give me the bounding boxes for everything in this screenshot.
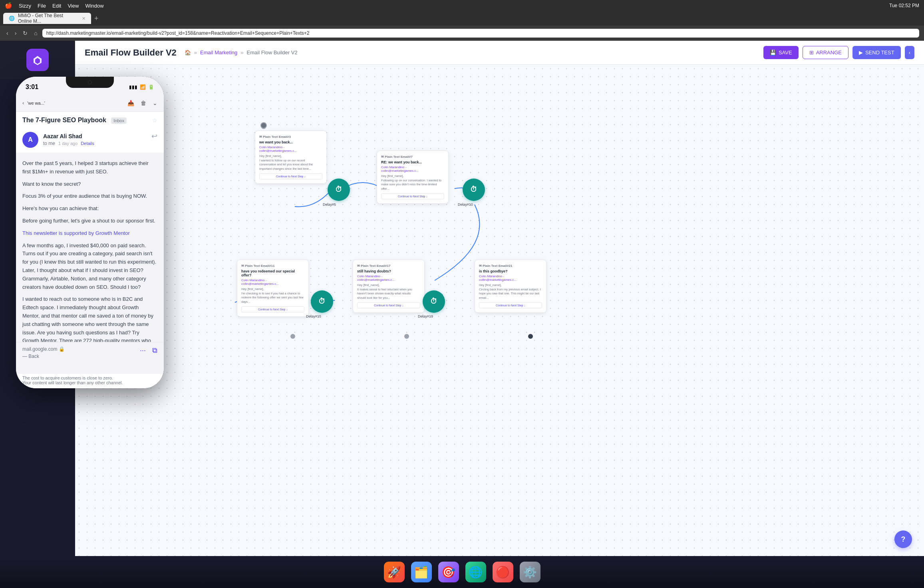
mac-os-bar: 🍎 Sizzy File Edit View Window Tue 02:52 … xyxy=(0,0,924,11)
email-time: 1 day ago xyxy=(58,141,77,146)
email-subject: The 7-Figure SEO Playbook xyxy=(22,117,106,123)
details-link[interactable]: Details xyxy=(81,141,94,146)
mac-menu-view[interactable]: View xyxy=(68,3,79,9)
back-button[interactable]: ‹ xyxy=(5,29,10,37)
trash-icon[interactable]: 🗑 xyxy=(141,100,146,106)
email-node-3-label: ✉ Plain Text Email#11 xyxy=(241,264,304,268)
home-button[interactable]: ⌂ xyxy=(32,29,39,37)
tab-close-button[interactable]: ✕ xyxy=(82,16,85,21)
email-node-1-from: Colin Marandino - collin@marketingames.c… xyxy=(259,145,322,153)
email-node-4-body: Hey [first_name], It makes sense to feel… xyxy=(357,283,420,300)
browser-tab-active[interactable]: 🌐 MMiO - Get The Best Online M... ✕ xyxy=(3,13,91,24)
forward-button[interactable]: › xyxy=(13,29,18,37)
arrow-icon: ‹ xyxy=(909,50,910,56)
body-para-5: Before going further, let's give a shout… xyxy=(22,217,157,225)
email-node-5-subject: is this goodbye? xyxy=(479,269,542,273)
reply-icon: ↩ xyxy=(151,132,157,141)
svg-point-3 xyxy=(528,334,533,339)
dock-icon-target[interactable]: 🎯 xyxy=(438,562,459,582)
delay-label-19: Delay#19 xyxy=(418,314,433,318)
email-node-1-body: Hey [first_name], I wanted to follow up … xyxy=(259,154,322,171)
ellipsis-icon[interactable]: ··· xyxy=(140,346,146,355)
email-node-4[interactable]: ✉ Plain Text Email#17 still having doubt… xyxy=(353,260,425,313)
save-button[interactable]: 💾 SAVE xyxy=(763,46,799,59)
header-actions: 💾 SAVE ⊞ ARRANGE ▶ SEND TEST ‹ xyxy=(763,46,914,59)
email-node-1[interactable]: ✉ Plain Text Email#3 we want you back...… xyxy=(255,131,327,184)
phone-status-icons: ▮▮▮ 📶 🔋 xyxy=(129,84,154,90)
mac-bar-right: Tue 02:52 PM xyxy=(889,3,919,8)
flow-canvas-area[interactable]: ✉ Plain Text Email#3 we want you back...… xyxy=(75,65,924,588)
new-tab-button[interactable]: + xyxy=(94,14,99,23)
bottom-url: mail.google.com 🔒 xyxy=(22,346,140,352)
delay-node-19[interactable]: ⏱ xyxy=(423,290,445,313)
body-para-3: Focus 3% of your entire audience that is… xyxy=(22,192,157,201)
phone-overlay: 3:01 ▮▮▮ 📶 🔋 ‹ 'we wa...' 📥 🗑 xyxy=(16,77,164,388)
star-icon[interactable]: ☆ xyxy=(152,117,157,123)
send-test-label: SEND TEST xyxy=(865,50,894,56)
help-icon: ? xyxy=(901,535,906,544)
breadcrumb-current: Email Flow Builder V2 xyxy=(247,50,298,56)
body-para-8: I wanted to reach out to someone who is … xyxy=(22,295,157,342)
sidebar-logo xyxy=(26,49,49,71)
caption-1: The cost to acquire customers is close t… xyxy=(22,375,157,380)
battery-icon-phone: 🔋 xyxy=(148,84,154,90)
apple-icon: 🍎 xyxy=(5,2,12,9)
svg-point-1 xyxy=(290,334,295,339)
delay-node-15[interactable]: ⏱ xyxy=(311,290,333,313)
email-node-2[interactable]: ✉ Plain Text Email#7 RE: we want you bac… xyxy=(377,151,449,204)
email-node-3[interactable]: ✉ Plain Text Email#11 have you redeemed … xyxy=(237,260,309,317)
url-domain: mail.google.com xyxy=(22,346,57,352)
email-node-2-label: ✉ Plain Text Email#7 xyxy=(381,155,444,159)
email-node-5-body: Hey [first_name], Circling back from my … xyxy=(479,283,542,300)
arrange-icon: ⊞ xyxy=(809,50,814,56)
sponsor-text: This newsletter is supported by Growth M… xyxy=(22,229,157,238)
dock-icon-safari[interactable]: 🌐 xyxy=(465,562,486,582)
url-bar[interactable]: http://dash.marketingmaster.io/email-mar… xyxy=(42,29,919,38)
browser-tabs: 🌐 MMiO - Get The Best Online M... ✕ + xyxy=(0,11,924,26)
breadcrumb-home[interactable]: 🏠 xyxy=(185,50,191,56)
delay-node-5[interactable]: ⏱ xyxy=(328,179,350,201)
email-toolbar-icons[interactable]: 📥 🗑 ⌄ xyxy=(127,100,157,106)
browser-nav: ‹ › ↻ ⌂ http://dash.marketingmaster.io/e… xyxy=(0,26,924,41)
collapse-button[interactable]: ‹ xyxy=(905,46,914,59)
email-subject-header: The 7-Figure SEO Playbook Inbox ☆ xyxy=(16,112,164,127)
mac-app-name: Sizzy xyxy=(19,3,31,9)
sender-avatar: A xyxy=(22,132,38,148)
mac-menu-file[interactable]: File xyxy=(38,3,46,9)
email-node-5[interactable]: ✉ Plain Text Email#21 is this goodbye? C… xyxy=(475,260,546,313)
archive-icon[interactable]: 📥 xyxy=(127,100,134,106)
dock-icon-rocket[interactable]: 🚀 xyxy=(384,562,405,582)
dock-bar: 🚀 🗂️ 🎯 🌐 🔴 ⚙️ xyxy=(0,556,924,588)
reload-button[interactable]: ↻ xyxy=(21,29,29,37)
mac-menu-edit[interactable]: Edit xyxy=(52,3,61,9)
delay-node-10[interactable]: ⏱ xyxy=(463,179,485,201)
bottom-actions[interactable]: ··· ⧉ xyxy=(140,346,157,355)
send-test-button[interactable]: ▶ SEND TEST xyxy=(852,46,901,59)
save-icon: 💾 xyxy=(770,50,776,56)
email-body: Over the past 5 years, I helped 3 startu… xyxy=(16,153,164,342)
svg-point-4 xyxy=(261,123,266,128)
delay-label-5: Delay#5 xyxy=(323,203,336,207)
email-node-3-body: Hey [first_name], I'm checking in to see… xyxy=(241,287,304,304)
share-icon[interactable]: ⧉ xyxy=(152,346,157,355)
dock-icon-finder[interactable]: 🗂️ xyxy=(411,562,432,582)
body-para-4: Here's how you can achieve that: xyxy=(22,205,157,213)
app-header: Email Flow Builder V2 🏠 » Email Marketin… xyxy=(75,41,924,65)
dock-icon-settings[interactable]: ⚙️ xyxy=(520,562,540,582)
help-button[interactable]: ? xyxy=(894,530,912,548)
delay-clock-icon-19: ⏱ xyxy=(430,297,437,306)
email-node-4-subject: still having doubts? xyxy=(357,269,420,273)
dock-icon-chrome[interactable]: 🔴 xyxy=(493,562,513,582)
phone-frame: 3:01 ▮▮▮ 📶 🔋 ‹ 'we wa...' 📥 🗑 xyxy=(16,77,164,388)
email-meta: Aazar Ali Shad ↩ to me 1 day ago Details xyxy=(43,132,157,146)
lock-icon: 🔒 xyxy=(59,346,65,352)
save-label: SAVE xyxy=(779,50,792,56)
sidebar xyxy=(0,41,75,79)
email-node-2-body: Hey [first_name], Following up on our co… xyxy=(381,174,444,191)
body-para-2: Want to know the secret? xyxy=(22,180,157,189)
more-icon[interactable]: ⌄ xyxy=(153,100,157,106)
delay-label-10: Delay#10 xyxy=(458,203,473,207)
mac-menu-window[interactable]: Window xyxy=(85,3,103,9)
breadcrumb-email-marketing[interactable]: Email Marketing xyxy=(200,50,237,56)
arrange-button[interactable]: ⊞ ARRANGE xyxy=(803,46,848,59)
